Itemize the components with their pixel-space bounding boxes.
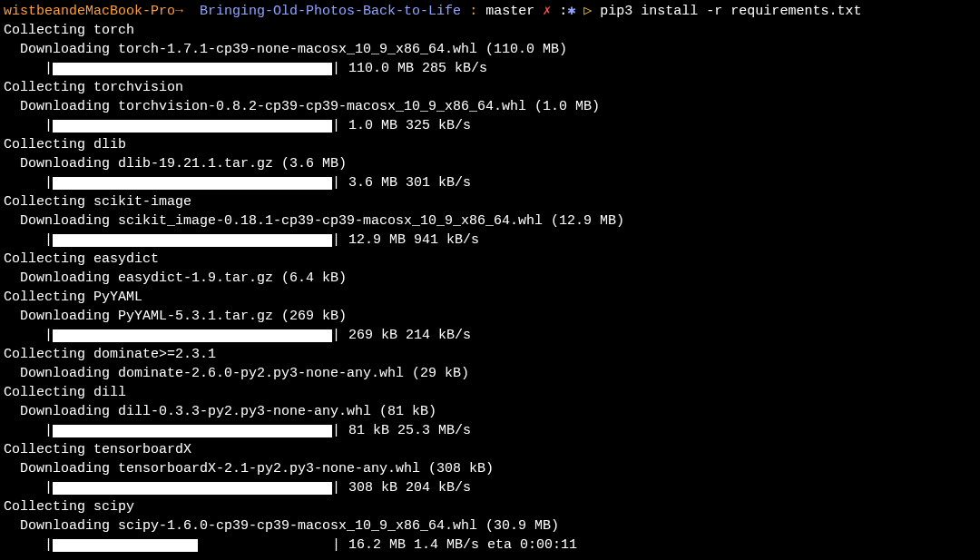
downloading-line: Downloading torchvision-0.8.2-cp39-cp39-… bbox=[4, 97, 976, 116]
collecting-line: Collecting torch bbox=[4, 21, 976, 40]
collecting-line: Collecting dominate>=2.3.1 bbox=[4, 345, 976, 364]
progress-bar-fill bbox=[53, 482, 332, 495]
progress-info: | 81 kB 25.3 MB/s bbox=[332, 421, 471, 440]
progress-line: || 16.2 MB 1.4 MB/s eta 0:00:11 bbox=[4, 535, 976, 555]
pipe-icon: | bbox=[44, 421, 53, 440]
hostname: wistbeandeMacBook-Pro bbox=[4, 4, 175, 19]
prompt-line: wistbeandeMacBook-Pro→ Bringing-Old-Phot… bbox=[4, 2, 976, 21]
colon: : bbox=[559, 4, 567, 19]
progress-info: | 16.2 MB 1.4 MB/s eta 0:00:11 bbox=[332, 535, 577, 555]
progress-bar-fill bbox=[53, 329, 332, 342]
progress-line: || 12.9 MB 941 kB/s bbox=[4, 231, 976, 250]
terminal-window[interactable]: wistbeandeMacBook-Pro→ Bringing-Old-Phot… bbox=[0, 0, 980, 555]
pipe-icon: | bbox=[44, 116, 53, 135]
current-directory: Bringing-Old-Photos-Back-to-Life bbox=[200, 4, 461, 19]
progress-bar bbox=[53, 177, 332, 190]
progress-bar bbox=[53, 234, 332, 247]
pipe-icon: | bbox=[44, 478, 53, 497]
pipe-icon: | bbox=[44, 326, 53, 345]
collecting-line: Collecting torchvision bbox=[4, 78, 976, 97]
downloading-line: Downloading tensorboardX-2.1-py2.py3-non… bbox=[4, 459, 976, 478]
downloading-line: Downloading dominate-2.6.0-py2.py3-none-… bbox=[4, 364, 976, 383]
progress-info: | 269 kB 214 kB/s bbox=[332, 326, 471, 345]
pipe-icon: | bbox=[44, 231, 53, 250]
progress-info: | 308 kB 204 kB/s bbox=[332, 478, 471, 497]
downloading-line: Downloading scipy-1.6.0-cp39-cp39-macosx… bbox=[4, 516, 976, 535]
progress-info: | 110.0 MB 285 kB/s bbox=[332, 59, 487, 78]
progress-bar bbox=[53, 482, 332, 495]
progress-bar bbox=[53, 425, 332, 437]
progress-bar bbox=[53, 539, 332, 552]
downloading-line: Downloading scikit_image-0.18.1-cp39-cp3… bbox=[4, 211, 976, 231]
collecting-line: Collecting easydict bbox=[4, 250, 976, 269]
progress-bar bbox=[53, 120, 332, 133]
progress-line: || 81 kB 25.3 MB/s bbox=[4, 421, 976, 440]
progress-info: | 3.6 MB 301 kB/s bbox=[332, 173, 471, 192]
git-staged-icon: ✱ bbox=[567, 4, 575, 19]
downloading-line: Downloading easydict-1.9.tar.gz (6.4 kB) bbox=[4, 269, 976, 288]
progress-bar bbox=[53, 329, 332, 342]
downloading-line: Downloading PyYAML-5.3.1.tar.gz (269 kB) bbox=[4, 307, 976, 326]
progress-line: || 308 kB 204 kB/s bbox=[4, 478, 976, 497]
progress-line: || 110.0 MB 285 kB/s bbox=[4, 59, 976, 78]
collecting-line: Collecting tensorboardX bbox=[4, 440, 976, 459]
progress-info: | 1.0 MB 325 kB/s bbox=[332, 116, 471, 135]
progress-bar-fill bbox=[53, 539, 198, 552]
collecting-line: Collecting PyYAML bbox=[4, 288, 976, 307]
progress-bar bbox=[53, 63, 332, 75]
progress-line: || 269 kB 214 kB/s bbox=[4, 326, 976, 345]
git-dirty-icon: ✗ bbox=[543, 4, 551, 19]
progress-bar-fill bbox=[53, 63, 332, 75]
collecting-line: Collecting scikit-image bbox=[4, 192, 976, 211]
separator-colon: : bbox=[469, 4, 477, 19]
collecting-line: Collecting dlib bbox=[4, 135, 976, 154]
pipe-icon: | bbox=[44, 535, 53, 555]
progress-bar-fill bbox=[53, 425, 332, 437]
downloading-line: Downloading dill-0.3.3-py2.py3-none-any.… bbox=[4, 402, 976, 421]
command-text: pip3 install -r requirements.txt bbox=[600, 4, 861, 19]
downloading-line: Downloading dlib-19.21.1.tar.gz (3.6 MB) bbox=[4, 154, 976, 173]
downloading-line: Downloading torch-1.7.1-cp39-none-macosx… bbox=[4, 40, 976, 59]
progress-bar-fill bbox=[53, 177, 332, 190]
pipe-icon: | bbox=[44, 173, 53, 192]
collecting-line: Collecting dill bbox=[4, 383, 976, 402]
progress-info: | 12.9 MB 941 kB/s bbox=[332, 231, 479, 250]
progress-bar-fill bbox=[53, 234, 332, 247]
progress-bar-fill bbox=[53, 120, 332, 133]
pipe-icon: | bbox=[44, 59, 53, 78]
collecting-line: Collecting scipy bbox=[4, 497, 976, 516]
prompt-arrow-icon: → bbox=[175, 4, 183, 19]
git-branch: master bbox=[485, 4, 534, 19]
progress-line: || 1.0 MB 325 kB/s bbox=[4, 116, 976, 135]
terminal-output: Collecting torchDownloading torch-1.7.1-… bbox=[4, 21, 976, 555]
progress-line: || 3.6 MB 301 kB/s bbox=[4, 173, 976, 192]
prompt-triangle-icon: ▷ bbox=[583, 4, 592, 19]
